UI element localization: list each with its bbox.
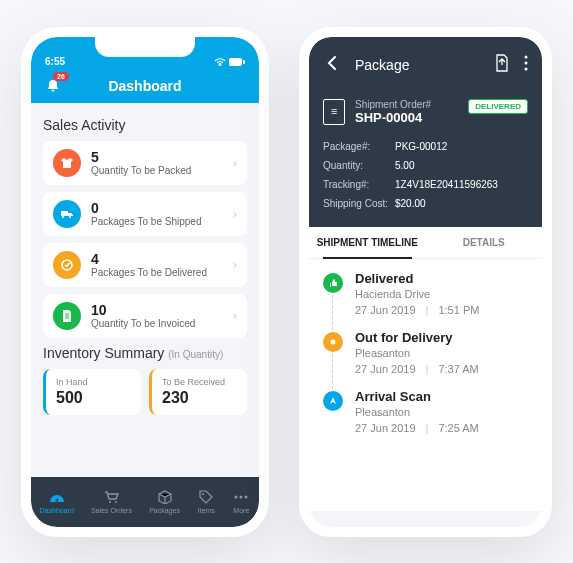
to-be-received-value: 230 [162,389,237,407]
card-label: Quantity To be Packed [91,165,223,176]
wifi-icon [214,57,226,67]
page-title: Package [355,57,480,73]
svg-point-10 [525,55,528,58]
order-label: Shipment Order# [355,99,431,110]
in-hand-card[interactable]: In Hand 500 [43,369,141,415]
shirt-icon [53,149,81,177]
timeline-item: Out for Delivery Pleasanton 27 Jun 2019|… [323,330,528,375]
status-time: 6:55 [45,56,65,67]
package-header: ☰ Shipment Order# SHP-00004 DELIVERED Pa… [309,93,542,227]
package-details: Package#:PKG-00012 Quantity:5.00 Trackin… [323,137,528,213]
tab-details[interactable]: DETAILS [426,227,543,258]
timeline-item: Delivered Hacienda Drive 27 Jun 2019|1:5… [323,271,528,316]
phone-android: Package ☰ Shipment Order# SHP-00004 DELI… [299,27,552,537]
card-label: Packages To be Delivered [91,267,223,278]
status-badge: DELIVERED [468,99,528,114]
card-invoiced[interactable]: 10 Quantity To be Invoiced › [43,294,247,338]
notification-badge: 26 [53,72,69,81]
chevron-right-icon: › [233,156,237,170]
timeline-location: Pleasanton [355,347,528,359]
svg-rect-1 [243,60,245,64]
svg-point-11 [525,61,528,64]
dot-icon [323,332,343,352]
svg-point-6 [202,493,204,495]
card-number: 10 [91,302,223,318]
timeline-title: Out for Delivery [355,330,528,345]
chevron-right-icon: › [233,258,237,272]
main-content: Sales Activity 5 Quantity To be Packed ›… [31,103,259,477]
app-header: 26 Dashboard [31,69,259,103]
document-icon: ☰ [323,99,345,125]
more-button[interactable] [524,55,528,75]
in-hand-value: 500 [56,389,131,407]
back-button[interactable] [323,54,341,76]
notch [95,37,195,57]
svg-point-3 [55,499,58,502]
sales-activity-title: Sales Activity [43,117,247,133]
to-be-received-card[interactable]: To Be Received 230 [149,369,247,415]
svg-point-12 [525,67,528,70]
check-icon [53,251,81,279]
timeline-title: Delivered [355,271,528,286]
svg-rect-0 [229,58,242,66]
bottom-nav: Dashboard Sales Orders Packages Items Mo… [31,477,259,527]
timeline-location: Hacienda Drive [355,288,528,300]
box-icon [156,489,174,505]
timeline: Delivered Hacienda Drive 27 Jun 2019|1:5… [309,259,542,511]
timeline-location: Pleasanton [355,406,528,418]
card-number: 5 [91,149,223,165]
tag-icon [197,489,215,505]
card-number: 0 [91,200,223,216]
battery-icon [229,58,245,66]
timeline-title: Arrival Scan [355,389,528,404]
notifications-button[interactable]: 26 [45,78,61,94]
export-button[interactable] [494,54,510,76]
more-icon [232,489,250,505]
gauge-icon [48,489,66,505]
chevron-right-icon: › [233,207,237,221]
app-header: Package [309,37,542,93]
truck-icon [53,200,81,228]
card-delivered[interactable]: 4 Packages To be Delivered › [43,243,247,287]
card-packed[interactable]: 5 Quantity To be Packed › [43,141,247,185]
tab-packages[interactable]: Packages [149,489,180,514]
phone-ios: 6:55 26 Dashboard Sales Activity 5 Quant… [21,27,269,537]
tab-items[interactable]: Items [197,489,215,514]
cart-icon [103,489,121,505]
doc-icon [53,302,81,330]
page-title: Dashboard [108,78,181,94]
in-hand-label: In Hand [56,377,131,387]
svg-point-9 [245,496,248,499]
card-label: Quantity To be Invoiced [91,318,223,329]
svg-point-8 [240,496,243,499]
card-label: Packages To be Shipped [91,216,223,227]
nav-icon [323,391,343,411]
timeline-item: Arrival Scan Pleasanton 27 Jun 2019|7:25… [323,389,528,434]
tab-sales-orders[interactable]: Sales Orders [91,489,132,514]
chevron-right-icon: › [233,309,237,323]
svg-point-4 [109,501,111,503]
svg-point-7 [235,496,238,499]
tab-more[interactable]: More [232,489,250,514]
svg-point-5 [115,501,117,503]
status-indicators [214,57,245,67]
tab-timeline[interactable]: SHIPMENT TIMELINE [309,227,426,258]
tab-row: SHIPMENT TIMELINE DETAILS [309,227,542,259]
order-number: SHP-00004 [355,110,431,125]
svg-point-13 [331,339,336,344]
tab-dashboard[interactable]: Dashboard [40,489,74,514]
card-number: 4 [91,251,223,267]
inventory-summary-title: Inventory Summary (In Quantity) [43,345,247,361]
thumb-icon [323,273,343,293]
card-shipped[interactable]: 0 Packages To be Shipped › [43,192,247,236]
to-be-received-label: To Be Received [162,377,237,387]
